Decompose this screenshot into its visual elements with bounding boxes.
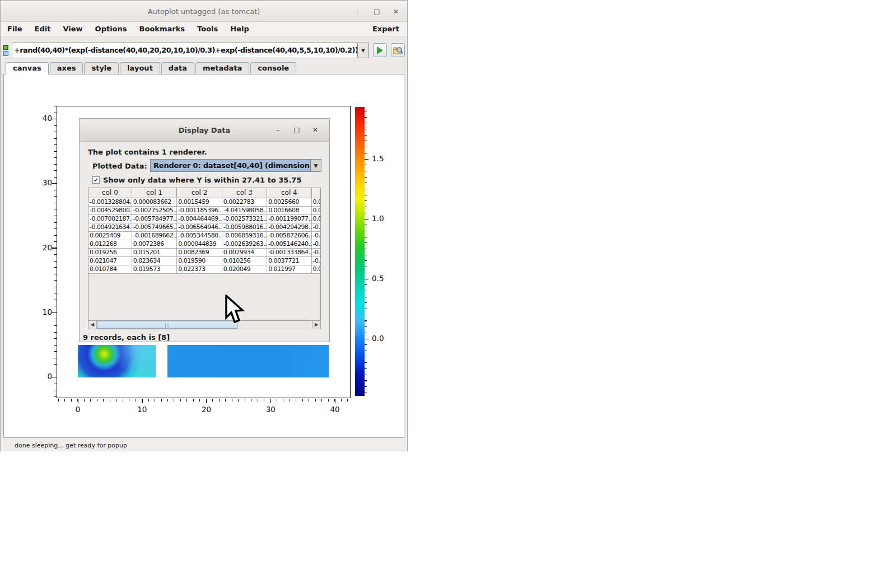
table-cell[interactable]: -0.001185396... xyxy=(177,206,222,214)
table-cell[interactable]: -0.0 xyxy=(311,240,321,248)
minimize-icon[interactable]: – xyxy=(353,8,362,16)
table-cell[interactable]: 0.019256 xyxy=(88,248,132,256)
table-row: -0.007002187...-0.005784977...-0.0044644… xyxy=(88,214,321,223)
table-cell[interactable]: -0.004529800... xyxy=(88,206,132,214)
table-cell[interactable]: -0.0 xyxy=(311,231,321,240)
table-cell[interactable]: 0.00 xyxy=(311,214,321,223)
horizontal-scrollbar[interactable]: ◀ ▶ xyxy=(88,320,321,329)
table-cell[interactable]: 0.019590 xyxy=(177,256,222,265)
table-cell[interactable]: -0.006564946... xyxy=(177,223,222,231)
menu-file[interactable]: File xyxy=(7,25,29,33)
table-cell[interactable]: -0.001199077... xyxy=(267,214,311,223)
table-cell[interactable]: -0.005872606... xyxy=(267,231,311,240)
scroll-left-icon[interactable]: ◀ xyxy=(88,321,97,329)
table-cell[interactable]: 0.0022783 xyxy=(222,198,267,206)
column-header[interactable]: col 3 xyxy=(222,188,267,198)
table-cell[interactable]: -0.006859316... xyxy=(222,231,267,240)
table-cell[interactable]: 0.010784 xyxy=(88,265,132,273)
dialog-titlebar[interactable]: Display Data – □ ✕ xyxy=(80,119,329,142)
table-cell[interactable]: 0.0025660 xyxy=(267,198,311,206)
table-cell[interactable]: -0.005749665... xyxy=(132,223,176,231)
menu-bookmarks[interactable]: Bookmarks xyxy=(133,25,192,33)
uri-bar: +rand(40,40)*(exp(-distance(40,40,20,20,… xyxy=(3,41,405,59)
table-cell[interactable]: 0.022373 xyxy=(177,265,222,273)
table-cell[interactable]: 0.0029934 xyxy=(222,248,267,256)
table-cell[interactable]: -0.002573321... xyxy=(222,214,267,223)
uri-dropdown-button[interactable]: ▼ xyxy=(358,43,369,58)
table-cell[interactable]: -0.005784977... xyxy=(132,214,176,223)
column-header[interactable]: col 2 xyxy=(177,188,222,198)
tab-style[interactable]: style xyxy=(84,62,119,74)
table-cell[interactable]: -0.002639263... xyxy=(222,240,267,248)
table-cell[interactable]: -0.002752505... xyxy=(132,206,176,214)
table-cell[interactable]: 0.015201 xyxy=(132,248,176,256)
dialog-maximize-icon[interactable]: □ xyxy=(292,126,301,134)
table-cell[interactable]: -0.004294298... xyxy=(267,223,311,231)
table-cell[interactable]: 0.0025409 xyxy=(88,231,132,240)
table-cell[interactable]: -0.005988016... xyxy=(222,223,267,231)
filter-checkbox[interactable]: ✔ xyxy=(92,176,100,184)
tab-data[interactable]: data xyxy=(161,62,194,74)
table-cell[interactable]: 0.00 xyxy=(311,265,321,273)
scroll-right-icon[interactable]: ▶ xyxy=(312,321,320,329)
plotted-data-combobox[interactable]: Renderer 0: dataset[40,40] (dimension… ▼ xyxy=(150,159,321,172)
table-cell[interactable]: -0.001689662... xyxy=(132,231,176,240)
scrollbar-thumb[interactable] xyxy=(97,321,238,329)
tick-label: 0 xyxy=(67,405,89,414)
table-cell[interactable]: 0.0072386 xyxy=(132,240,176,248)
tab-axes[interactable]: axes xyxy=(50,62,83,74)
tick-label: 20 xyxy=(195,405,218,414)
filter-checkbox-row: ✔ Show only data where Y is within 27.41… xyxy=(92,176,301,184)
table-cell[interactable]: 0.019573 xyxy=(132,265,176,273)
dialog-minimize-icon[interactable]: – xyxy=(273,126,282,134)
table-cell[interactable]: -0.001333864... xyxy=(267,248,311,256)
table-cell[interactable]: -4.041598058... xyxy=(222,206,267,214)
menu-options[interactable]: Options xyxy=(89,25,133,33)
table-cell[interactable]: 0.00 xyxy=(311,206,321,214)
table-cell[interactable]: 0.00 xyxy=(311,198,321,206)
table-cell[interactable]: 0.000044839 xyxy=(177,240,222,248)
inspect-uri-button[interactable] xyxy=(391,43,405,57)
menu-help[interactable]: Help xyxy=(224,25,255,33)
table-cell[interactable]: -0.004464469... xyxy=(177,214,222,223)
go-button[interactable] xyxy=(373,43,387,57)
table-cell[interactable]: 0.011997 xyxy=(267,265,311,273)
tab-metadata[interactable]: metadata xyxy=(195,62,249,74)
table-cell[interactable]: -0.0 xyxy=(311,248,321,256)
maximize-icon[interactable]: □ xyxy=(372,8,381,16)
table-cell[interactable]: 0.021047 xyxy=(88,256,132,265)
window-titlebar[interactable]: Autoplot untagged (as tomcat) – □ ✕ xyxy=(1,1,407,22)
table-cell[interactable]: 0.023634 xyxy=(132,256,176,265)
colorbar[interactable] xyxy=(355,107,365,396)
table-cell[interactable]: -0.001328804... xyxy=(88,198,132,206)
menu-view[interactable]: View xyxy=(57,25,88,33)
dialog-close-icon[interactable]: ✕ xyxy=(311,126,320,134)
table-cell[interactable]: -0.0 xyxy=(311,256,321,265)
uri-input[interactable]: +rand(40,40)*(exp(-distance(40,40,20,20,… xyxy=(12,43,358,58)
column-header[interactable]: col 4 xyxy=(267,188,311,198)
table-cell[interactable]: 0.000083662 xyxy=(132,198,176,206)
menu-tools[interactable]: Tools xyxy=(191,25,224,33)
expert-menu[interactable]: Expert xyxy=(372,25,399,33)
menu-edit[interactable]: Edit xyxy=(29,25,57,33)
tick-label: 0 xyxy=(25,372,52,381)
table-cell[interactable]: -0.004921634... xyxy=(88,223,132,231)
table-cell[interactable]: -0.0 xyxy=(311,223,321,231)
column-header[interactable]: col 1 xyxy=(132,188,176,198)
column-header[interactable]: col 0 xyxy=(88,188,132,198)
table-cell[interactable]: 0.020049 xyxy=(222,265,267,273)
table-cell[interactable]: 0.0015459 xyxy=(177,198,222,206)
table-cell[interactable]: 0.0016608 xyxy=(267,206,311,214)
table-cell[interactable]: -0.005146240... xyxy=(267,240,311,248)
close-icon[interactable]: ✕ xyxy=(391,8,400,16)
tab-console[interactable]: console xyxy=(250,62,296,74)
table-cell[interactable]: -0.007002187... xyxy=(88,214,132,223)
tab-layout[interactable]: layout xyxy=(120,62,160,74)
table-cell[interactable]: 0.0037721 xyxy=(267,256,311,265)
table-cell[interactable]: 0.012268 xyxy=(88,240,132,248)
table-cell[interactable]: -0.005344580... xyxy=(177,231,222,240)
table-cell[interactable]: 0.010256 xyxy=(222,256,267,265)
tab-canvas[interactable]: canvas xyxy=(6,62,49,74)
table-cell[interactable]: 0.0082369 xyxy=(177,248,222,256)
column-header[interactable] xyxy=(311,188,321,198)
